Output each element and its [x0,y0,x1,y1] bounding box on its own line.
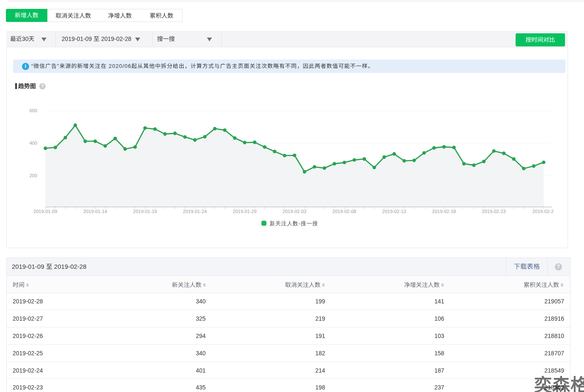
svg-text:2019-02-08: 2019-02-08 [332,209,356,214]
svg-text:2019-02-23: 2019-02-23 [482,209,505,214]
svg-text:2019-01-24: 2019-01-24 [183,209,206,214]
svg-text:新关注人数-搜一搜: 新关注人数-搜一搜 [269,220,318,227]
svg-text:200: 200 [30,173,37,178]
svg-text:600: 600 [30,108,37,113]
svg-text:2019-02-2: 2019-02-2 [532,209,554,214]
svg-text:2019-01-14: 2019-01-14 [83,209,107,214]
svg-text:400: 400 [30,141,37,146]
svg-text:2019-01-09: 2019-01-09 [33,209,57,214]
svg-text:2019-01-19: 2019-01-19 [133,209,157,214]
svg-text:2019-01-29: 2019-01-29 [233,209,256,214]
svg-text:2019-02-13: 2019-02-13 [382,209,406,214]
svg-text:2019-02-18: 2019-02-18 [432,209,456,214]
svg-text:2019-02-03: 2019-02-03 [282,209,306,214]
